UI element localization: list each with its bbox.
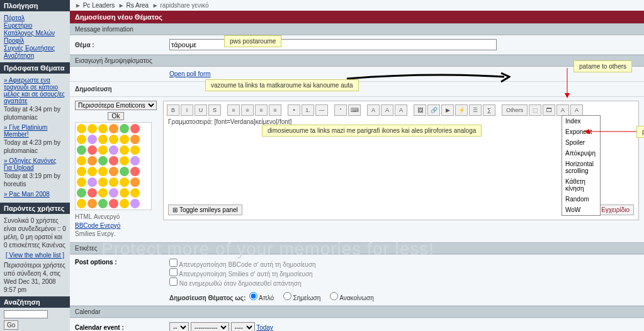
- dropdown-item[interactable]: Απόκρυψη: [562, 148, 600, 159]
- emoticon[interactable]: [120, 167, 129, 176]
- dropdown-item[interactable]: Exponent: [562, 126, 600, 137]
- nav-link[interactable]: Ευρετήριο: [4, 22, 66, 29]
- emoticon[interactable]: [130, 135, 140, 144]
- emoticon[interactable]: [88, 135, 97, 144]
- emoticon[interactable]: [109, 177, 118, 187]
- toolbar-button[interactable]: 🔗: [427, 104, 440, 116]
- toolbar-button[interactable]: A: [367, 104, 380, 116]
- emoticon[interactable]: [88, 177, 97, 187]
- emoticon[interactable]: [109, 199, 118, 208]
- cal-day[interactable]: --: [169, 322, 189, 331]
- emoticon[interactable]: [98, 188, 108, 198]
- poll-link[interactable]: Open poll form: [169, 70, 211, 77]
- toolbar-button[interactable]: 🖼: [414, 104, 426, 116]
- toolbar-button[interactable]: A: [556, 104, 569, 116]
- bbcode-status[interactable]: BBCode Ενεργό: [75, 222, 120, 229]
- subject-input[interactable]: [169, 39, 497, 50]
- emoticon[interactable]: [88, 145, 97, 155]
- emoticon[interactable]: [120, 188, 129, 198]
- emoticon[interactable]: [120, 124, 129, 133]
- toolbar-button[interactable]: S: [208, 104, 221, 116]
- crumb-2[interactable]: Rs Area: [127, 2, 149, 9]
- emoticon[interactable]: [77, 135, 86, 144]
- emoticon[interactable]: [98, 124, 108, 133]
- ok-button[interactable]: Ok: [108, 112, 125, 120]
- emoticon[interactable]: [109, 135, 118, 144]
- emoticon[interactable]: [77, 188, 86, 198]
- toolbar-button[interactable]: —: [315, 104, 328, 116]
- nav-link[interactable]: Πόρταλ: [4, 14, 66, 21]
- dropdown-item[interactable]: Horizontal scrolling: [562, 159, 600, 176]
- emoticon[interactable]: [130, 156, 140, 166]
- cal-year[interactable]: ----: [231, 322, 255, 331]
- emoticon[interactable]: [120, 177, 129, 187]
- emoticon[interactable]: [98, 145, 108, 155]
- opt-bbcode[interactable]: [169, 259, 178, 267]
- nav-link[interactable]: Αναζήτηση: [4, 52, 66, 59]
- toolbar-button[interactable]: ⌨: [348, 104, 361, 116]
- emoticon[interactable]: [77, 145, 86, 155]
- dropdown-item[interactable]: Κάθετη κίνηση: [562, 176, 600, 194]
- dropdown-item[interactable]: Index: [562, 116, 600, 126]
- nav-link[interactable]: Προφίλ: [4, 37, 66, 44]
- emoticon[interactable]: [98, 135, 108, 144]
- emoticon[interactable]: [120, 145, 129, 155]
- emoticon[interactable]: [130, 167, 140, 176]
- emoticon[interactable]: [109, 145, 118, 155]
- search-input[interactable]: [4, 310, 48, 318]
- emoticon[interactable]: [109, 188, 118, 198]
- emoticon[interactable]: [77, 124, 86, 133]
- toolbar-button[interactable]: ∑: [483, 104, 495, 116]
- toolbar-button[interactable]: I: [181, 104, 193, 116]
- emoticon[interactable]: [88, 124, 97, 133]
- emoticon[interactable]: [77, 177, 86, 187]
- emoticon[interactable]: [120, 135, 129, 144]
- recent-link[interactable]: » Pac Man 2008: [4, 191, 66, 198]
- pt-note[interactable]: [283, 292, 291, 300]
- emoticon[interactable]: [88, 199, 97, 208]
- emoticon[interactable]: [98, 156, 108, 166]
- emoticon[interactable]: [98, 177, 108, 187]
- emoticon-grid[interactable]: [75, 122, 152, 210]
- emoticon[interactable]: [130, 188, 140, 198]
- emoticon[interactable]: [109, 124, 118, 133]
- toolbar-button[interactable]: U: [195, 104, 207, 116]
- emoticon[interactable]: [98, 167, 108, 176]
- emoticon-select[interactable]: Περισσότερα Emoticons: [75, 101, 157, 110]
- emoticon[interactable]: [88, 188, 97, 198]
- toggle-smileys-button[interactable]: ⊞ Toggle smileys panel: [168, 205, 242, 215]
- emoticon[interactable]: [77, 156, 86, 166]
- toolbar-button[interactable]: ☰: [469, 104, 482, 116]
- dropdown-item[interactable]: Spoiler: [562, 137, 600, 148]
- nav-link[interactable]: Κατάλογος Μελών: [4, 30, 66, 36]
- emoticon[interactable]: [120, 156, 129, 166]
- toolbar-button[interactable]: 1.: [302, 104, 314, 116]
- emoticon[interactable]: [130, 145, 140, 155]
- toolbar-button[interactable]: ≡: [255, 104, 268, 116]
- toolbar-button[interactable]: A: [381, 104, 393, 116]
- emoticon[interactable]: [109, 156, 118, 166]
- emoticon[interactable]: [98, 199, 108, 208]
- go-button[interactable]: Go: [4, 320, 18, 330]
- opt-smilies[interactable]: [169, 268, 178, 276]
- recent-link[interactable]: » Αφιερωστε ενα τραγουδι σε κάποιο μέλος…: [4, 77, 66, 104]
- dropdown-item[interactable]: Random: [562, 194, 600, 205]
- pt-announce[interactable]: [330, 292, 338, 300]
- view-list-link[interactable]: [ View the whole list ]: [4, 252, 66, 259]
- nav-link[interactable]: Συχνές Ερωτήσεις: [4, 45, 66, 52]
- today-link[interactable]: Today: [256, 324, 273, 331]
- toolbar-button[interactable]: ≡: [227, 104, 240, 116]
- recent-link[interactable]: » Γίνε Platinium Member!: [4, 124, 66, 138]
- recent-link[interactable]: » Οδηγίες Κανόνες Για Upload: [4, 157, 66, 171]
- opt-notify[interactable]: [169, 278, 178, 286]
- toolbar-button[interactable]: “: [334, 104, 347, 116]
- emoticon[interactable]: [88, 167, 97, 176]
- emoticon[interactable]: [130, 177, 140, 187]
- crumb-1[interactable]: Pc Leaders: [83, 2, 115, 9]
- toolbar-button[interactable]: ⬚: [529, 104, 541, 116]
- toolbar-button[interactable]: ≡: [241, 104, 254, 116]
- dropdown-item[interactable]: WoW: [562, 205, 600, 215]
- toolbar-button[interactable]: A: [395, 104, 407, 116]
- emoticon[interactable]: [77, 167, 86, 176]
- toolbar-button[interactable]: A: [570, 104, 583, 116]
